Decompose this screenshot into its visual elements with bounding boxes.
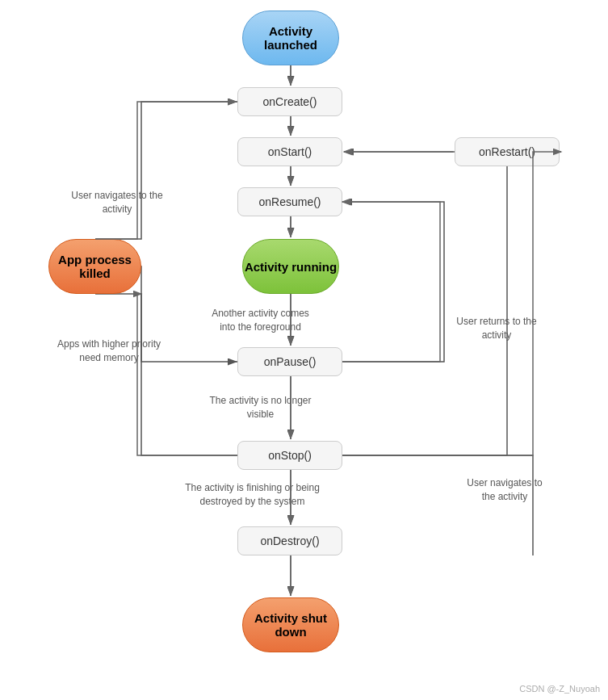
another-activity-text: Another activity comes into the foregrou… (212, 308, 309, 333)
app-killed-label: App process killed (49, 253, 140, 280)
user-navigates2-text: User navigates to the activity (467, 477, 542, 502)
onpause-label: onPause() (264, 355, 317, 368)
oncreate-node: onCreate() (237, 87, 342, 116)
onpause-node: onPause() (237, 347, 342, 376)
user-navigates-text: User navigates to the activity (71, 190, 162, 215)
another-activity-label: Another activity comes into the foregrou… (206, 307, 315, 334)
user-navigates2-label: User navigates to the activity (460, 476, 549, 504)
onstart-node: onStart() (237, 137, 342, 166)
activity-shutdown-label: Activity shut down (243, 611, 338, 639)
activity-no-longer-label: The activity is no longer visible (206, 394, 315, 421)
user-returns-label: User returns to the activity (452, 315, 541, 342)
app-killed-node: App process killed (48, 239, 141, 294)
user-navigates-label: User navigates to the activity (69, 189, 166, 216)
ondestroy-label: onDestroy() (260, 534, 319, 547)
onstop-label: onStop() (268, 449, 312, 462)
onstart-label: onStart() (268, 145, 312, 158)
activity-shutdown-node: Activity shut down (242, 597, 339, 652)
activity-no-longer-text: The activity is no longer visible (209, 395, 311, 420)
onresume-label: onResume() (258, 195, 321, 208)
onstop-node: onStop() (237, 441, 342, 470)
diagram-container: Activity launched onCreate() onStart() o… (0, 0, 608, 700)
activity-launched-label: Activity launched (243, 24, 338, 52)
ondestroy-node: onDestroy() (237, 526, 342, 555)
user-returns-text: User returns to the activity (456, 316, 536, 341)
apps-higher-priority-label: Apps with higher priority need memory (52, 337, 166, 365)
activity-finishing-label: The activity is finishing or being destr… (182, 481, 323, 509)
onresume-node: onResume() (237, 187, 342, 216)
activity-running-node: Activity running (242, 239, 339, 294)
onrestart-label: onRestart() (479, 145, 535, 158)
activity-launched-node: Activity launched (242, 10, 339, 65)
apps-higher-priority-text: Apps with higher priority need memory (57, 338, 161, 363)
watermark: CSDN @-Z_Nuyoah (519, 684, 600, 694)
oncreate-label: onCreate() (263, 95, 317, 108)
watermark-text: CSDN @-Z_Nuyoah (519, 684, 600, 694)
activity-finishing-text: The activity is finishing or being destr… (185, 482, 320, 507)
activity-running-label: Activity running (245, 260, 337, 274)
onrestart-node: onRestart() (455, 137, 560, 166)
